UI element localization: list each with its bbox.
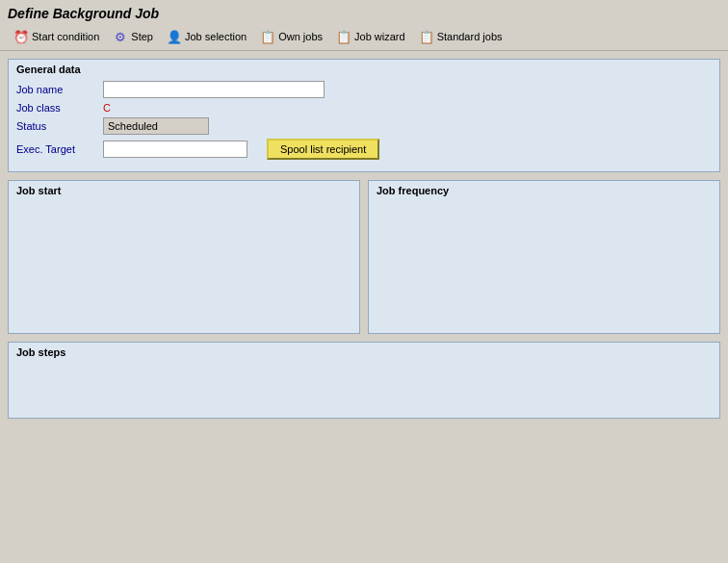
job-selection-icon: 👤	[167, 29, 182, 44]
toolbar-step[interactable]: ⚙ Step	[107, 27, 159, 46]
toolbar-job-wizard[interactable]: 📋 Job wizard	[330, 27, 411, 46]
middle-sections: Job start Job frequency	[8, 180, 720, 334]
job-steps-section: Job steps	[8, 342, 720, 419]
job-start-section: Job start	[8, 180, 360, 334]
content-area: General data Job name Job class C Status…	[0, 51, 728, 563]
toolbar-step-label: Step	[131, 31, 153, 42]
toolbar-own-jobs-label: Own jobs	[278, 31, 323, 42]
toolbar-standard-jobs-label: Standard jobs	[437, 31, 503, 42]
general-data-section: General data Job name Job class C Status…	[8, 59, 720, 172]
toolbar-standard-jobs[interactable]: 📋 Standard jobs	[413, 27, 508, 46]
job-start-title: Job start	[16, 185, 351, 196]
status-label: Status	[16, 120, 103, 132]
toolbar-job-wizard-label: Job wizard	[354, 31, 405, 42]
title-bar: Define Background Job	[0, 0, 728, 25]
job-frequency-section: Job frequency	[368, 180, 720, 334]
job-class-value: C	[103, 102, 111, 114]
job-class-label: Job class	[16, 102, 103, 114]
job-steps-title: Job steps	[16, 346, 712, 358]
job-name-input[interactable]	[103, 81, 325, 98]
job-wizard-icon: 📋	[336, 29, 351, 44]
status-value: Scheduled	[103, 117, 209, 135]
spool-list-recipient-button[interactable]: Spool list recipient	[267, 139, 379, 160]
exec-target-row: Exec. Target Spool list recipient	[16, 139, 712, 160]
standard-jobs-icon: 📋	[419, 29, 434, 44]
job-class-row: Job class C	[16, 102, 712, 114]
exec-target-input[interactable]	[103, 141, 247, 158]
exec-target-label: Exec. Target	[16, 143, 103, 155]
start-condition-icon: ⏰	[13, 29, 29, 44]
main-window: Define Background Job ⏰ Start condition …	[0, 0, 728, 563]
toolbar-start-condition[interactable]: ⏰ Start condition	[8, 27, 105, 46]
own-jobs-icon: 📋	[260, 29, 275, 44]
general-data-title: General data	[16, 64, 712, 75]
step-icon: ⚙	[113, 29, 128, 44]
toolbar: ⏰ Start condition ⚙ Step 👤 Job selection…	[0, 25, 728, 51]
window-title: Define Background Job	[8, 6, 159, 21]
status-row: Status Scheduled	[16, 117, 712, 135]
job-frequency-title: Job frequency	[377, 185, 712, 196]
toolbar-job-selection[interactable]: 👤 Job selection	[161, 27, 252, 46]
job-name-row: Job name	[16, 81, 712, 98]
toolbar-start-condition-label: Start condition	[32, 31, 99, 42]
toolbar-own-jobs[interactable]: 📋 Own jobs	[254, 27, 328, 46]
job-name-label: Job name	[16, 84, 103, 95]
toolbar-job-selection-label: Job selection	[185, 31, 247, 42]
